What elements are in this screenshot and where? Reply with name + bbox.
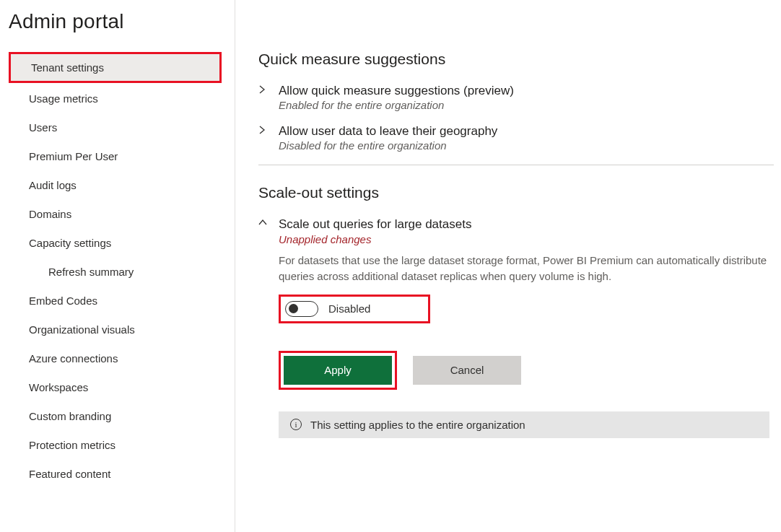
setting-label[interactable]: Allow quick measure suggestions (preview… (279, 84, 774, 98)
sidebar-item-organizational-visuals[interactable]: Organizational visuals (9, 316, 222, 343)
section-divider (258, 165, 774, 165)
sidebar-item-usage-metrics[interactable]: Usage metrics (9, 85, 222, 112)
chevron-right-icon (258, 126, 266, 134)
sidebar-item-custom-branding[interactable]: Custom branding (9, 403, 222, 429)
info-icon: i (290, 419, 302, 430)
toggle-knob (289, 304, 298, 313)
sidebar-item-capacity-settings[interactable]: Capacity settings (9, 230, 222, 256)
sidebar-item-refresh-summary[interactable]: Refresh summary (9, 258, 222, 285)
apply-button[interactable]: Apply (284, 356, 392, 385)
sidebar-item-audit-logs[interactable]: Audit logs (9, 172, 222, 199)
main-content: Quick measure suggestions Allow quick me… (235, 0, 781, 532)
setting-label[interactable]: Scale out queries for large datasets (279, 217, 774, 232)
sidebar-item-premium-per-user[interactable]: Premium Per User (9, 143, 222, 170)
section-title-quick-measure: Quick measure suggestions (258, 51, 774, 68)
apply-highlighted: Apply (279, 351, 397, 390)
sidebar-item-tenant-settings[interactable]: Tenant settings (9, 52, 222, 83)
setting-row: Allow user data to leave their geography… (258, 124, 774, 152)
setting-row-expanded: Scale out queries for large datasets Una… (258, 217, 774, 438)
info-text: This setting applies to the entire organ… (310, 419, 525, 431)
collapse-toggle[interactable] (258, 217, 279, 226)
toggle-switch[interactable] (285, 301, 318, 317)
sidebar-item-embed-codes[interactable]: Embed Codes (9, 287, 222, 314)
sidebar-item-users[interactable]: Users (9, 114, 222, 141)
nav-list: Tenant settings Usage metrics Users Prem… (9, 52, 235, 487)
setting-status: Enabled for the entire organization (279, 99, 774, 111)
section-title-scale-out: Scale-out settings (258, 184, 774, 201)
setting-label[interactable]: Allow user data to leave their geography (279, 124, 774, 139)
sidebar-item-domains[interactable]: Domains (9, 201, 222, 227)
setting-status: Disabled for the entire organization (279, 139, 774, 152)
expand-toggle[interactable] (258, 124, 279, 134)
expand-toggle[interactable] (258, 84, 279, 94)
button-row: Apply Cancel (279, 351, 774, 390)
page-title: Admin portal (9, 10, 235, 33)
setting-row: Allow quick measure suggestions (preview… (258, 84, 774, 111)
info-banner: i This setting applies to the entire org… (279, 411, 769, 438)
toggle-label: Disabled (328, 302, 370, 315)
sidebar-item-protection-metrics[interactable]: Protection metrics (9, 432, 222, 458)
toggle-highlighted: Disabled (279, 295, 430, 323)
cancel-button[interactable]: Cancel (413, 356, 521, 385)
chevron-right-icon (258, 85, 266, 94)
chevron-down-open-icon (258, 219, 267, 226)
unapplied-changes-text: Unapplied changes (279, 233, 774, 245)
setting-description: For datasets that use the large dataset … (279, 253, 774, 284)
sidebar-item-featured-content[interactable]: Featured content (9, 461, 222, 487)
sidebar: Admin portal Tenant settings Usage metri… (0, 0, 235, 532)
sidebar-item-workspaces[interactable]: Workspaces (9, 374, 222, 401)
sidebar-item-azure-connections[interactable]: Azure connections (9, 345, 222, 372)
